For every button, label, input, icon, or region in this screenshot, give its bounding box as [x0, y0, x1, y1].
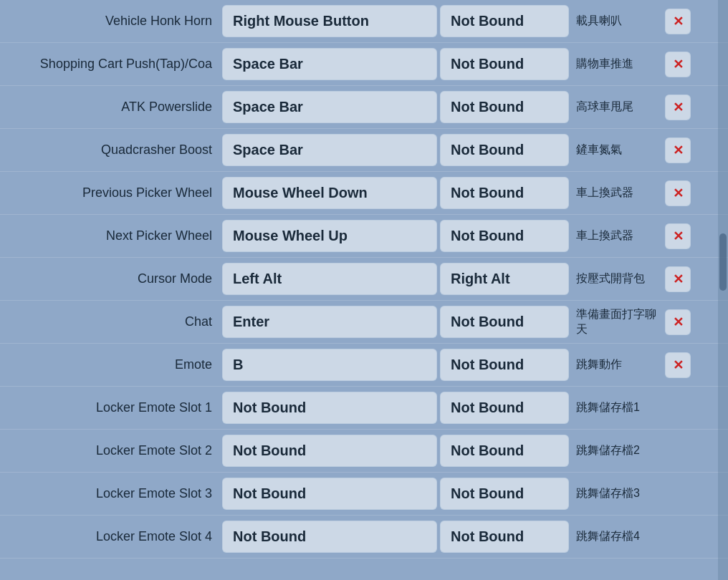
- delete-button-cursor-mode[interactable]: ✕: [665, 266, 691, 292]
- secondary-binding-shopping-cart-push[interactable]: Not Bound: [440, 48, 569, 80]
- secondary-binding-locker-emote-slot-3[interactable]: Not Bound: [440, 478, 569, 510]
- primary-binding-locker-emote-slot-3[interactable]: Not Bound: [222, 478, 437, 510]
- primary-binding-vehicle-honk-horn[interactable]: Right Mouse Button: [222, 5, 437, 37]
- delete-button-previous-picker-wheel[interactable]: ✕: [665, 180, 691, 206]
- scrollbar[interactable]: [718, 0, 728, 580]
- label-cursor-mode: Cursor Mode: [0, 271, 222, 286]
- primary-binding-locker-emote-slot-2[interactable]: Not Bound: [222, 435, 437, 467]
- secondary-binding-previous-picker-wheel[interactable]: Not Bound: [440, 177, 569, 209]
- secondary-binding-quadcrasher-boost[interactable]: Not Bound: [440, 134, 569, 166]
- primary-binding-quadcrasher-boost[interactable]: Space Bar: [222, 134, 437, 166]
- primary-binding-cursor-mode[interactable]: Left Alt: [222, 263, 437, 295]
- row-locker-emote-slot-2: Locker Emote Slot 2Not BoundNot Bound跳舞儲…: [0, 430, 728, 473]
- delete-button-vehicle-honk-horn[interactable]: ✕: [665, 9, 691, 34]
- delete-button-chat[interactable]: ✕: [665, 309, 691, 335]
- delete-placeholder-locker-emote-slot-2: [665, 438, 691, 464]
- secondary-binding-locker-emote-slot-1[interactable]: Not Bound: [440, 392, 569, 424]
- label-locker-emote-slot-2: Locker Emote Slot 2: [0, 443, 222, 458]
- row-locker-emote-slot-4: Locker Emote Slot 4Not BoundNot Bound跳舞儲…: [0, 516, 728, 559]
- row-vehicle-honk-horn: Vehicle Honk HornRight Mouse ButtonNot B…: [0, 0, 728, 43]
- delete-button-atk-powerslide[interactable]: ✕: [665, 95, 691, 120]
- row-locker-emote-slot-1: Locker Emote Slot 1Not BoundNot Bound跳舞儲…: [0, 387, 728, 430]
- delete-placeholder-locker-emote-slot-3: [665, 481, 691, 507]
- primary-binding-shopping-cart-push[interactable]: Space Bar: [222, 48, 437, 80]
- label-vehicle-honk-horn: Vehicle Honk Horn: [0, 14, 222, 29]
- label-chat: Chat: [0, 314, 222, 329]
- secondary-binding-cursor-mode[interactable]: Right Alt: [440, 263, 569, 295]
- primary-binding-next-picker-wheel[interactable]: Mouse Wheel Up: [222, 220, 437, 252]
- chinese-label-locker-emote-slot-2: 跳舞儲存檔2: [572, 443, 665, 458]
- delete-button-emote[interactable]: ✕: [665, 352, 691, 378]
- chinese-label-chat: 準備畫面打字聊天: [572, 307, 665, 337]
- label-locker-emote-slot-1: Locker Emote Slot 1: [0, 400, 222, 415]
- secondary-binding-vehicle-honk-horn[interactable]: Not Bound: [440, 5, 569, 37]
- chinese-label-shopping-cart-push: 購物車推進: [572, 57, 665, 72]
- label-previous-picker-wheel: Previous Picker Wheel: [0, 185, 222, 200]
- label-locker-emote-slot-3: Locker Emote Slot 3: [0, 486, 222, 501]
- row-atk-powerslide: ATK PowerslideSpace BarNot Bound高球車甩尾✕: [0, 86, 728, 129]
- row-chat: ChatEnterNot Bound準備畫面打字聊天✕: [0, 301, 728, 344]
- chinese-label-quadcrasher-boost: 鏟車氮氣: [572, 142, 665, 158]
- label-next-picker-wheel: Next Picker Wheel: [0, 228, 222, 243]
- keybind-table: Vehicle Honk HornRight Mouse ButtonNot B…: [0, 0, 728, 559]
- secondary-binding-emote[interactable]: Not Bound: [440, 349, 569, 381]
- chinese-label-previous-picker-wheel: 車上換武器: [572, 185, 665, 200]
- primary-binding-locker-emote-slot-1[interactable]: Not Bound: [222, 392, 437, 424]
- delete-button-quadcrasher-boost[interactable]: ✕: [665, 137, 691, 163]
- chinese-label-atk-powerslide: 高球車甩尾: [572, 100, 665, 115]
- primary-binding-chat[interactable]: Enter: [222, 306, 437, 338]
- chinese-label-cursor-mode: 按壓式開背包: [572, 271, 665, 286]
- label-locker-emote-slot-4: Locker Emote Slot 4: [0, 529, 222, 544]
- scrollbar-thumb[interactable]: [719, 233, 727, 291]
- primary-binding-emote[interactable]: B: [222, 349, 437, 381]
- row-locker-emote-slot-3: Locker Emote Slot 3Not BoundNot Bound跳舞儲…: [0, 473, 728, 516]
- delete-placeholder-locker-emote-slot-1: [665, 395, 691, 421]
- row-next-picker-wheel: Next Picker WheelMouse Wheel UpNot Bound…: [0, 215, 728, 258]
- row-emote: EmoteBNot Bound跳舞動作✕: [0, 344, 728, 387]
- delete-button-next-picker-wheel[interactable]: ✕: [665, 223, 691, 249]
- row-shopping-cart-push: Shopping Cart Push(Tap)/CoaSpace BarNot …: [0, 43, 728, 86]
- row-quadcrasher-boost: Quadcrasher BoostSpace BarNot Bound鏟車氮氣✕: [0, 129, 728, 172]
- row-previous-picker-wheel: Previous Picker WheelMouse Wheel DownNot…: [0, 172, 728, 215]
- secondary-binding-next-picker-wheel[interactable]: Not Bound: [440, 220, 569, 252]
- chinese-label-locker-emote-slot-1: 跳舞儲存檔1: [572, 400, 665, 415]
- primary-binding-atk-powerslide[interactable]: Space Bar: [222, 91, 437, 123]
- chinese-label-locker-emote-slot-4: 跳舞儲存檔4: [572, 529, 665, 544]
- primary-binding-locker-emote-slot-4[interactable]: Not Bound: [222, 521, 437, 553]
- chinese-label-emote: 跳舞動作: [572, 357, 665, 372]
- row-cursor-mode: Cursor ModeLeft AltRight Alt按壓式開背包✕: [0, 258, 728, 301]
- chinese-label-vehicle-honk-horn: 載具喇叭: [572, 14, 665, 29]
- secondary-binding-atk-powerslide[interactable]: Not Bound: [440, 91, 569, 123]
- label-atk-powerslide: ATK Powerslide: [0, 100, 222, 115]
- primary-binding-previous-picker-wheel[interactable]: Mouse Wheel Down: [222, 177, 437, 209]
- chinese-label-locker-emote-slot-3: 跳舞儲存檔3: [572, 486, 665, 501]
- label-shopping-cart-push: Shopping Cart Push(Tap)/Coa: [0, 57, 222, 72]
- delete-button-shopping-cart-push[interactable]: ✕: [665, 52, 691, 77]
- delete-placeholder-locker-emote-slot-4: [665, 524, 691, 550]
- label-quadcrasher-boost: Quadcrasher Boost: [0, 142, 222, 158]
- secondary-binding-locker-emote-slot-2[interactable]: Not Bound: [440, 435, 569, 467]
- secondary-binding-chat[interactable]: Not Bound: [440, 306, 569, 338]
- chinese-label-next-picker-wheel: 車上換武器: [572, 228, 665, 243]
- secondary-binding-locker-emote-slot-4[interactable]: Not Bound: [440, 521, 569, 553]
- label-emote: Emote: [0, 357, 222, 372]
